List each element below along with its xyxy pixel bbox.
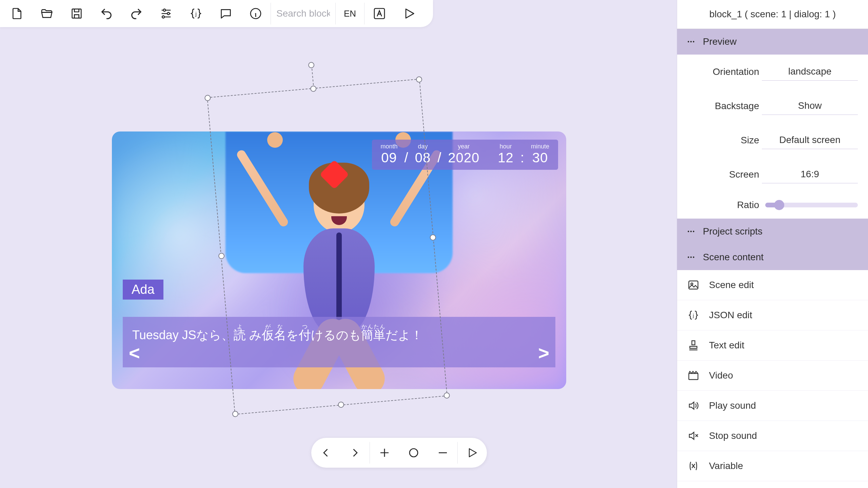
language-switch[interactable]: EN bbox=[336, 8, 364, 19]
orientation-label: Orientation bbox=[687, 66, 762, 77]
open-folder-button[interactable] bbox=[32, 0, 62, 27]
ratio-slider[interactable] bbox=[765, 203, 858, 207]
top-toolbar: j EN bbox=[0, 0, 433, 27]
scene-edit-item[interactable]: Scene edit bbox=[677, 270, 868, 300]
dialog-box: Tuesday JSなら、読よ み仮が名なを付つけるのも簡単かんたんだよ！ < … bbox=[123, 317, 555, 367]
new-file-button[interactable] bbox=[2, 0, 32, 27]
stage-prev-button[interactable] bbox=[311, 438, 340, 468]
minute-value: 30 bbox=[531, 150, 549, 165]
size-label: Size bbox=[687, 135, 762, 146]
font-glyph-button[interactable] bbox=[364, 0, 394, 27]
dots-icon bbox=[687, 227, 695, 236]
resize-handle[interactable] bbox=[232, 411, 239, 418]
play-button[interactable] bbox=[394, 0, 424, 27]
resize-handle[interactable] bbox=[204, 95, 211, 101]
save-button[interactable] bbox=[62, 0, 92, 27]
video-label: Video bbox=[709, 370, 733, 381]
orientation-value[interactable]: landscape bbox=[762, 63, 858, 81]
svg-point-15 bbox=[690, 257, 692, 258]
year-label: year bbox=[448, 143, 479, 150]
stop-sound-label: Stop sound bbox=[709, 430, 757, 441]
canvas-area: j EN month 09 bbox=[0, 0, 677, 488]
backstage-row: Backstage Show bbox=[677, 89, 868, 123]
dialog-text: Tuesday JSなら、読よ み仮が名なを付つけるのも簡単かんたんだよ！ bbox=[132, 328, 423, 342]
json-button[interactable]: j bbox=[181, 0, 211, 27]
svg-point-16 bbox=[693, 257, 694, 258]
svg-point-10 bbox=[693, 41, 694, 42]
ratio-slider-thumb[interactable] bbox=[774, 200, 784, 210]
stop-sound-item[interactable]: Stop sound bbox=[677, 421, 868, 451]
rotate-handle[interactable] bbox=[308, 62, 315, 68]
image-icon bbox=[687, 279, 699, 291]
video-item[interactable]: Video bbox=[677, 361, 868, 391]
stage-circle-button[interactable] bbox=[399, 438, 428, 468]
project-scripts-header[interactable]: Project scripts bbox=[677, 219, 868, 244]
svg-rect-0 bbox=[72, 9, 81, 18]
redo-button[interactable] bbox=[121, 0, 151, 27]
text-edit-item[interactable]: Text edit bbox=[677, 330, 868, 361]
stage-add-button[interactable] bbox=[370, 438, 399, 468]
scene-edit-label: Scene edit bbox=[709, 280, 754, 290]
scene-content-header[interactable]: Scene content bbox=[677, 244, 868, 270]
svg-text:j: j bbox=[692, 312, 694, 318]
html-item[interactable]: HTML bbox=[677, 481, 868, 488]
variable-label: Variable bbox=[709, 461, 743, 471]
preview-header-label: Preview bbox=[703, 36, 737, 47]
orientation-row: Orientation landscape bbox=[677, 55, 868, 89]
resize-handle[interactable] bbox=[443, 392, 450, 399]
month-label: month bbox=[381, 143, 398, 150]
svg-point-13 bbox=[693, 231, 694, 232]
speaker-off-icon bbox=[687, 430, 699, 442]
info-button[interactable] bbox=[241, 0, 271, 27]
year-value: 2020 bbox=[448, 150, 479, 165]
day-label: day bbox=[415, 143, 431, 150]
minute-label: minute bbox=[531, 143, 549, 150]
resize-handle[interactable] bbox=[338, 401, 344, 408]
clapper-icon bbox=[687, 369, 699, 382]
backstage-value[interactable]: Show bbox=[762, 97, 858, 115]
dialog-prev-button[interactable]: < bbox=[129, 342, 140, 364]
play-sound-label: Play sound bbox=[709, 400, 756, 411]
json-edit-label: JSON edit bbox=[709, 310, 752, 321]
variable-item[interactable]: Variable bbox=[677, 451, 868, 481]
stamp-icon bbox=[687, 339, 699, 351]
size-row: Size Default screen bbox=[677, 123, 868, 157]
inspector-panel: block_1 ( scene: 1 | dialog: 1 ) Preview… bbox=[677, 0, 868, 488]
ratio-label: Ratio bbox=[687, 200, 762, 210]
date-time-widget: month 09 / day 08 / year 2020 hour 12 : … bbox=[372, 140, 558, 170]
text-edit-label: Text edit bbox=[709, 340, 744, 351]
time-colon: : bbox=[520, 150, 524, 165]
dialog-next-button[interactable]: > bbox=[538, 342, 549, 364]
svg-point-7 bbox=[410, 449, 418, 457]
size-value[interactable]: Default screen bbox=[762, 131, 858, 149]
screen-label: Screen bbox=[687, 169, 762, 180]
play-sound-item[interactable]: Play sound bbox=[677, 391, 868, 421]
speaker-on-icon bbox=[687, 400, 699, 412]
svg-point-3 bbox=[162, 16, 164, 18]
resize-handle[interactable] bbox=[416, 76, 422, 83]
resize-handle[interactable] bbox=[310, 85, 317, 92]
ratio-row: Ratio bbox=[677, 191, 868, 219]
json-edit-item[interactable]: j JSON edit bbox=[677, 300, 868, 330]
undo-button[interactable] bbox=[92, 0, 121, 27]
svg-point-14 bbox=[688, 257, 689, 258]
stage-remove-button[interactable] bbox=[428, 438, 457, 468]
svg-point-1 bbox=[163, 9, 166, 12]
stage-next-button[interactable] bbox=[340, 438, 370, 468]
inspector-title: block_1 ( scene: 1 | dialog: 1 ) bbox=[677, 0, 868, 29]
svg-point-2 bbox=[167, 13, 170, 15]
search-block-input[interactable] bbox=[271, 8, 335, 19]
json-icon: j bbox=[687, 309, 699, 321]
svg-text:j: j bbox=[195, 11, 197, 17]
speaker-name-tag: Ada bbox=[123, 280, 163, 300]
preview-section-header[interactable]: Preview bbox=[677, 29, 868, 55]
month-value: 09 bbox=[381, 150, 398, 165]
dots-icon bbox=[687, 37, 695, 46]
screen-value[interactable]: 16:9 bbox=[762, 165, 858, 183]
svg-point-9 bbox=[690, 41, 692, 42]
chat-bubble-button[interactable] bbox=[211, 0, 241, 27]
stage-play-button[interactable] bbox=[458, 438, 487, 468]
settings-sliders-button[interactable] bbox=[151, 0, 181, 27]
date-slash: / bbox=[437, 150, 441, 165]
preview-stage[interactable]: month 09 / day 08 / year 2020 hour 12 : … bbox=[112, 131, 566, 389]
